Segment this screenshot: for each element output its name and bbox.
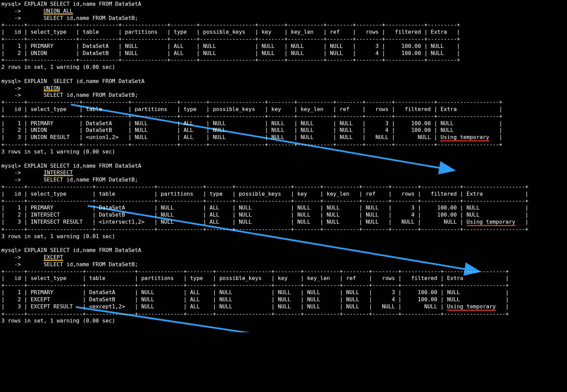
using-temporary-flag: Using temporary: [447, 304, 496, 311]
terminal-output: mysql> EXPLAIN SELECT id,name FROM DataS…: [0, 0, 567, 332]
using-temporary-flag: Using temporary: [467, 219, 516, 226]
set-op-keyword: UNION: [44, 86, 60, 92]
set-op-keyword: EXCEPT: [44, 255, 63, 261]
set-op-keyword: UNION ALL: [44, 9, 73, 15]
set-op-keyword: INTERSECT: [44, 171, 73, 176]
using-temporary-flag: Using temporary: [440, 135, 489, 141]
